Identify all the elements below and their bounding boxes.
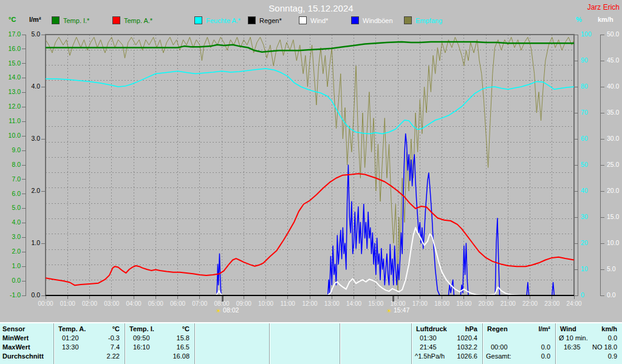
tick-label-rain: 5.0 [31, 30, 40, 38]
table-cell: 16.08 [173, 352, 190, 360]
tick-label-kmh: 50.0 [607, 30, 620, 38]
tick-label-percent: 60 [581, 135, 588, 142]
table-cell: 7.4 [111, 343, 120, 351]
table-cell: 2.22 [107, 352, 120, 360]
tick-label-kmh: 10.0 [607, 239, 620, 246]
time-label: 13:00 [324, 300, 340, 307]
tick-label-kmh: 30.0 [607, 135, 620, 142]
tick-label-temp: 1.0 [12, 262, 21, 269]
tick-label-temp: 8.0 [12, 161, 21, 168]
table-cell: Gesamt: [486, 352, 511, 360]
tick-label-temp: 2.0 [12, 248, 21, 255]
tick-label-temp: 7.0 [12, 175, 21, 183]
table-cell: 0.0 [608, 334, 617, 342]
table-cell: Sensor [2, 325, 25, 333]
tick-label-rain: 4.0 [31, 83, 40, 90]
time-label: 21:00 [501, 300, 516, 307]
tick-label-kmh: 40.0 [607, 83, 620, 90]
time-label: 20:00 [478, 300, 493, 307]
table-cell: 0.0 [541, 352, 550, 360]
time-label: 10:00 [258, 300, 273, 307]
table-cell: 01:20 [62, 334, 79, 342]
tick-label-percent: 40 [581, 187, 588, 194]
table-cell: °C [182, 325, 190, 333]
tick-label-percent: 30 [581, 213, 588, 220]
sunrise-time-label: 08:02 [223, 306, 239, 314]
tick-label-temp: 17.0 [9, 30, 21, 38]
table-cell: 01:30 [420, 334, 437, 342]
tick-label-kmh: 5.0 [607, 265, 616, 272]
sunset-time-label: 15:47 [394, 306, 409, 314]
tick-label-temp: 4.0 [12, 218, 21, 226]
tick-label-percent: 50 [581, 161, 588, 168]
table-cell: 15.8 [177, 334, 190, 342]
tick-label-percent: 80 [581, 83, 588, 90]
time-label: 01:00 [60, 300, 75, 307]
time-label: 19:00 [456, 300, 471, 307]
tick-label-temp: 14.0 [9, 73, 21, 81]
tick-label-kmh: 35.0 [607, 109, 620, 116]
table-cell: 1026.6 [457, 352, 477, 360]
tick-label-kmh: 20.0 [607, 187, 620, 194]
table-cell: Regen [487, 325, 508, 333]
tick-label-rain: 1.0 [31, 239, 40, 246]
time-label: 18:00 [434, 300, 449, 307]
table-divider [125, 323, 126, 364]
tick-label-percent: 10 [581, 265, 588, 272]
tick-label-kmh: 45.0 [607, 56, 620, 64]
tick-label-temp: 13.0 [9, 88, 21, 95]
time-label: 11:00 [281, 300, 296, 307]
table-cell: 00:00 [491, 343, 508, 351]
tick-label-percent: 90 [581, 56, 588, 64]
table-cell: Temp. I. [129, 325, 154, 333]
table-cell: 16:10 [133, 343, 150, 351]
tick-label-percent: 0 [581, 291, 584, 298]
table-cell: 1032.2 [457, 343, 477, 351]
table-cell: 0.0 [541, 343, 550, 351]
table-cell: km/h [601, 325, 617, 333]
time-label: 06:00 [170, 300, 185, 307]
table-cell: Ø 10 min. [559, 334, 588, 342]
table-divider [194, 323, 196, 364]
tick-label-temp: 0.0 [12, 277, 21, 284]
time-label: 07:00 [192, 300, 207, 307]
table-divider [340, 323, 341, 364]
table-cell: 13:30 [62, 343, 79, 351]
tick-label-temp: -1.0 [10, 291, 21, 298]
tick-label-temp: 10.0 [9, 132, 21, 139]
time-label: 05:00 [148, 300, 163, 307]
table-cell: MaxWert [2, 343, 30, 351]
table-cell: °C [112, 325, 120, 333]
y-axis-percent: 0102030405060708090100 [574, 30, 592, 298]
table-cell: Luftdruck [416, 325, 447, 333]
tick-label-temp: 16.0 [9, 45, 21, 52]
table-cell: Durchschnitt [2, 352, 44, 360]
table-cell: Wind [560, 325, 576, 333]
table-divider [53, 323, 55, 364]
table-cell: 21:45 [420, 343, 437, 351]
time-label: 17:00 [412, 300, 428, 307]
tick-label-kmh: 0.0 [607, 291, 616, 298]
tick-label-temp: 12.0 [9, 103, 21, 110]
tick-label-temp: 9.0 [12, 146, 21, 153]
table-cell: 16:35 [564, 343, 581, 351]
tick-label-temp: 15.0 [9, 59, 21, 67]
table-cell: ^1.5hPa/h [415, 352, 445, 360]
gridlines [46, 35, 574, 295]
tick-label-temp: 11.0 [9, 117, 21, 124]
table-cell: NO 18.0 [592, 343, 617, 351]
time-label: 03:00 [104, 300, 119, 307]
sunrise-icon: ☀ [216, 308, 221, 314]
table-cell: -0.3 [108, 334, 120, 342]
table-divider [555, 323, 556, 364]
time-label: 04:00 [126, 300, 141, 307]
tick-label-percent: 70 [581, 109, 588, 116]
table-cell: hPa [465, 325, 477, 333]
time-label: 22:00 [522, 300, 538, 307]
table-cell: 0.9 [608, 352, 617, 360]
stats-table: SensorMinWertMaxWertDurchschnittTemp. A.… [0, 322, 622, 364]
weather-station-window: Sonntag, 15.12.2024 Jarz Erich °C l/m² %… [0, 0, 622, 364]
table-cell: Temp. A. [58, 325, 86, 333]
time-label: 24:00 [566, 300, 581, 307]
chart-plot: -1.00.01.02.03.04.05.06.07.08.09.010.011… [0, 0, 622, 322]
